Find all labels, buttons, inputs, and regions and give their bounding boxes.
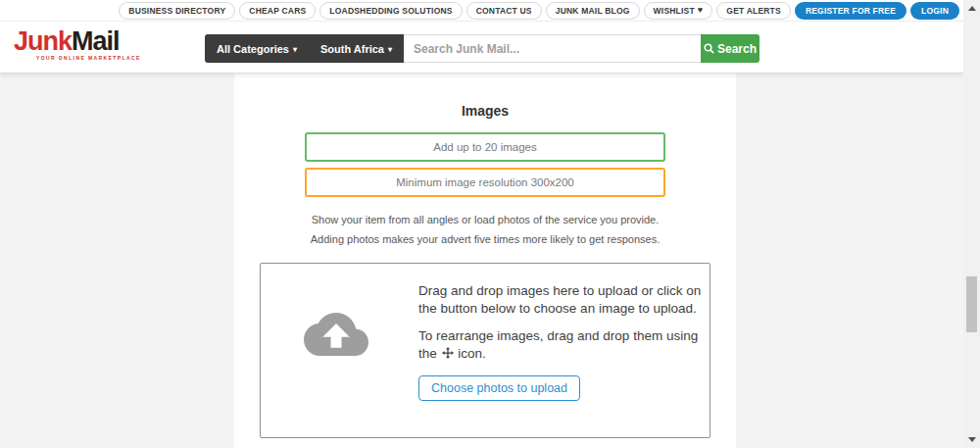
logo-wordmark: JunkMail <box>14 28 141 55</box>
info-box-min-resolution-text: Minimum image resolution 300x200 <box>396 176 574 188</box>
move-icon <box>442 347 454 359</box>
scrollbar-thumb[interactable] <box>966 276 977 332</box>
logo-tagline: YOUR ONLINE MARKETPLACE <box>14 56 141 61</box>
upload-description-line2: Adding photos makes your advert five tim… <box>234 229 736 249</box>
nav-loadshedding-solutions[interactable]: LOADSHEDDING SOLUTIONS <box>319 2 462 20</box>
nav-cheap-cars[interactable]: CHEAP CARS <box>239 2 316 20</box>
search-button-label: Search <box>717 42 757 56</box>
main-header-row: JunkMail YOUR ONLINE MARKETPLACE All Cat… <box>0 22 963 73</box>
info-box-min-resolution: Minimum image resolution 300x200 <box>305 168 665 197</box>
dropzone-instructions: Drag and drop images here to upload or c… <box>418 282 712 401</box>
page-background: Images Add up to 20 images Minimum image… <box>0 74 963 448</box>
logo-part-junk: Junk <box>14 26 72 56</box>
category-dropdown-label: All Categories <box>217 43 289 55</box>
chevron-down-icon: ▾ <box>293 45 297 54</box>
nav-wishlist[interactable]: WISHLIST ♥ <box>644 2 713 20</box>
location-dropdown-label: South Africa <box>320 43 384 55</box>
info-box-image-count: Add up to 20 images <box>305 132 665 162</box>
category-dropdown[interactable]: All Categories ▾ <box>205 34 309 63</box>
register-button[interactable]: REGISTER FOR FREE <box>795 2 906 20</box>
search-input[interactable] <box>404 34 701 63</box>
site-header: BUSINESS DIRECTORY CHEAP CARS LOADSHEDDI… <box>0 0 963 74</box>
nav-business-directory[interactable]: BUSINESS DIRECTORY <box>119 2 235 20</box>
scroll-up-arrow[interactable] <box>963 1 980 16</box>
search-filters: All Categories ▾ South Africa ▾ <box>205 34 404 63</box>
dropzone-instructions-line2: To rearrange images, drag and drop them … <box>418 327 712 363</box>
search-button[interactable]: Search <box>701 34 760 63</box>
logo-part-mail: Mail <box>72 26 120 56</box>
cloud-upload-icon <box>304 313 368 360</box>
form-panel: Images Add up to 20 images Minimum image… <box>234 74 736 448</box>
chevron-down-icon: ▾ <box>388 45 392 54</box>
location-dropdown[interactable]: South Africa ▾ <box>309 34 404 63</box>
search-bar: All Categories ▾ South Africa ▾ Search <box>205 34 760 63</box>
heart-icon: ♥ <box>698 6 704 15</box>
dropzone-instructions-line1: Drag and drop images here to upload or c… <box>418 282 712 318</box>
upload-description-line1: Show your item from all angles or load p… <box>234 210 736 229</box>
image-dropzone[interactable]: Drag and drop images here to upload or c… <box>260 263 710 438</box>
nav-junk-mail-blog[interactable]: JUNK MAIL BLOG <box>546 2 640 20</box>
info-box-image-count-text: Add up to 20 images <box>433 141 537 153</box>
junkmail-logo[interactable]: JunkMail YOUR ONLINE MARKETPLACE <box>14 28 141 61</box>
nav-get-alerts[interactable]: GET ALERTS <box>716 2 791 20</box>
nav-contact-us[interactable]: CONTACT US <box>466 2 542 20</box>
scroll-down-arrow[interactable] <box>963 432 980 447</box>
choose-photos-button[interactable]: Choose photos to upload <box>418 375 580 401</box>
page-title: Images <box>234 103 736 119</box>
nav-wishlist-label: WISHLIST <box>654 6 695 16</box>
search-icon <box>704 43 714 54</box>
login-button[interactable]: LOGIN <box>910 2 959 20</box>
upload-description: Show your item from all angles or load p… <box>234 210 736 249</box>
vertical-scrollbar[interactable] <box>963 0 980 448</box>
utility-nav: BUSINESS DIRECTORY CHEAP CARS LOADSHEDDI… <box>0 0 963 22</box>
